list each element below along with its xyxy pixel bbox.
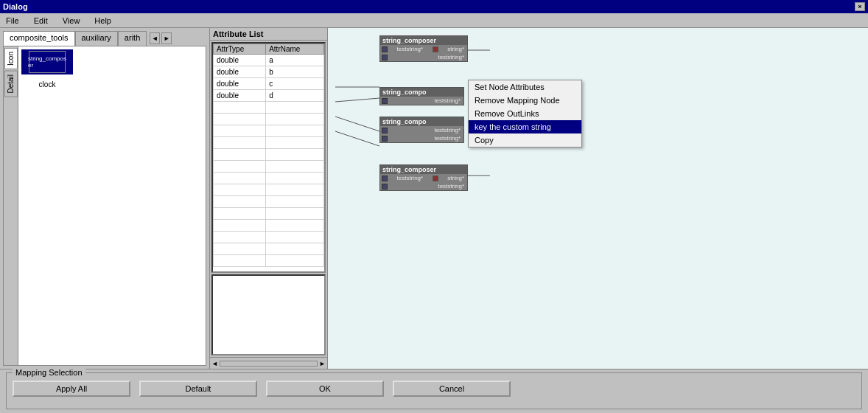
node-2-title: string_compo [380,88,463,97]
node-4[interactable]: string_composer teststring* string* test… [379,164,468,191]
node-4-port-row-2: teststring* [380,182,467,190]
svg-line-1 [335,98,379,102]
menu-edit[interactable]: Edit [31,16,51,25]
list-item-0[interactable]: string_compos er [21,49,73,74]
attr-table-container: AttrType AttrName doubleadoublebdoublecd… [211,42,326,273]
window-title: Dialog [3,2,28,11]
canvas-svg [328,28,868,369]
menu-file[interactable]: File [3,16,22,25]
svg-line-2 [335,117,379,131]
vertical-tabs: Icon Detail [4,46,18,365]
attr-panel-title: Attribute List [210,28,327,41]
mapping-selection-legend: Mapping Selection [13,368,85,377]
tab-scroll-right[interactable]: ► [161,32,172,44]
svg-line-3 [335,131,379,146]
node-4-in-1[interactable] [382,176,388,181]
vtab-detail[interactable]: Detail [4,71,18,97]
title-bar: Dialog × [0,0,868,13]
node-1-port-row-2: teststring* [380,53,467,61]
attr-cell-1-1[interactable]: b [266,66,324,78]
left-panel: composite_tools auxiliary arith ◄ ► Icon… [0,28,210,369]
tab-bar: composite_tools auxiliary arith ◄ ► [0,28,209,46]
scroll-right-arrow[interactable]: ► [319,360,326,367]
attr-lower-section [211,274,326,355]
node-1-out[interactable] [433,46,438,52]
side-tabs: Icon Detail string_compos er clock [3,46,206,366]
attr-cell-0-1[interactable]: a [266,55,324,66]
list-area: string_compos er clock [18,46,206,365]
node-3-in-2[interactable] [382,136,388,142]
attr-cell-2-1[interactable]: c [266,78,324,90]
list-item-icon-0: string_compos er [29,51,66,73]
cancel-button[interactable]: Cancel [393,381,511,397]
node-3-title: string_compo [380,117,463,126]
ctx-remove-mapping[interactable]: Remove Mapping Node [469,94,581,107]
apply-all-button[interactable]: Apply All [13,381,130,397]
node-4-port-row-1: teststring* string* [380,174,467,182]
attr-table: AttrType AttrName doubleadoublebdoublecd… [213,44,324,267]
node-4-title: string_composer [380,165,467,174]
tab-arith[interactable]: arith [118,31,147,46]
node-3-port-row-1: teststring* [380,126,463,134]
menu-help[interactable]: Help [91,16,114,25]
tab-composite-tools[interactable]: composite_tools [3,31,75,46]
node-4-out[interactable] [433,176,438,181]
mapping-selection-group: Mapping Selection Apply All Default OK C… [6,372,862,409]
ctx-copy[interactable]: Copy [469,133,581,147]
bottom-bar: Mapping Selection Apply All Default OK C… [0,369,868,413]
node-3[interactable]: string_compo teststring* teststring* [379,117,464,143]
attr-cell-1-0[interactable]: double [214,66,266,78]
menu-view[interactable]: View [60,16,83,25]
node-1-title: string_composer [380,36,467,45]
attr-panel: Attribute List AttrType AttrName doublea… [210,28,328,369]
attr-col-name: AttrName [266,44,324,55]
tab-auxiliary[interactable]: auxiliary [75,31,118,46]
attr-cell-3-1[interactable]: d [266,90,324,102]
attr-scrollbar: ◄ ► [210,357,327,369]
node-4-in-2[interactable] [382,184,388,190]
node-2-port-row-1: teststring* [380,97,463,105]
default-button[interactable]: Default [139,381,257,397]
vtab-icon[interactable]: Icon [4,48,18,69]
node-3-in-1[interactable] [382,128,388,133]
attr-cell-0-0[interactable]: double [214,55,266,66]
list-item-1[interactable]: clock [21,77,73,90]
bottom-buttons: Apply All Default OK Cancel [13,381,855,397]
context-menu: Set Node Attributes Remove Mapping Node … [468,80,582,148]
menu-bar: File Edit View Help [0,13,868,28]
scroll-left-arrow[interactable]: ◄ [211,360,218,367]
ctx-set-node-attrs[interactable]: Set Node Attributes [469,80,581,94]
close-button[interactable]: × [855,2,865,11]
attr-col-type: AttrType [214,44,266,55]
node-2-in-1[interactable] [382,98,388,104]
node-1[interactable]: string_composer teststring* string* test… [379,35,468,62]
ctx-remove-outlinks[interactable]: Remove OutLinks [469,107,581,120]
node-2[interactable]: string_compo teststring* [379,87,464,105]
attr-tbody: doubleadoublebdoublecdoubled [214,55,324,267]
node-1-port-row-1: teststring* string* [380,45,467,53]
node-1-in-1[interactable] [382,46,388,52]
tab-scroll: ◄ ► [150,32,172,44]
attr-cell-2-0[interactable]: double [214,78,266,90]
list-item-label-1: clock [39,80,56,88]
canvas-panel[interactable]: string_composer teststring* string* test… [328,28,868,369]
attr-cell-3-0[interactable]: double [214,90,266,102]
ctx-key-custom-string[interactable]: key the custom string [469,120,581,133]
main-content: composite_tools auxiliary arith ◄ ► Icon… [0,28,868,369]
node-1-in-2[interactable] [382,55,388,60]
ok-button[interactable]: OK [266,381,384,397]
node-3-port-row-2: teststring* [380,134,463,142]
tab-scroll-left[interactable]: ◄ [150,32,160,44]
